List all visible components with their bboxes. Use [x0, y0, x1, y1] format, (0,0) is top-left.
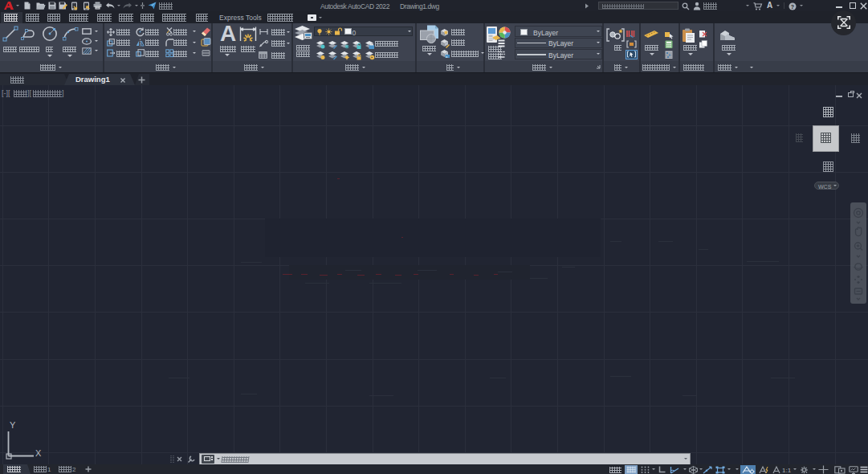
svg-text:Y: Y — [10, 420, 16, 430]
svg-text:X: X — [35, 448, 42, 458]
svg-text:?: ? — [791, 3, 794, 9]
